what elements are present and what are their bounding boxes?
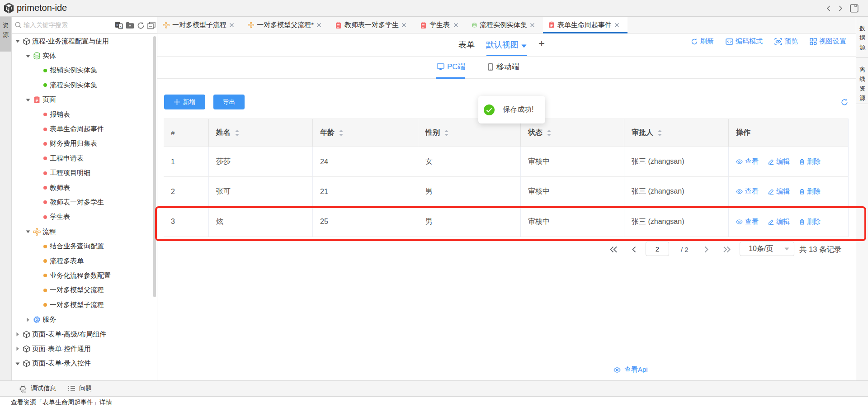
- svg-text:x: x: [120, 24, 122, 28]
